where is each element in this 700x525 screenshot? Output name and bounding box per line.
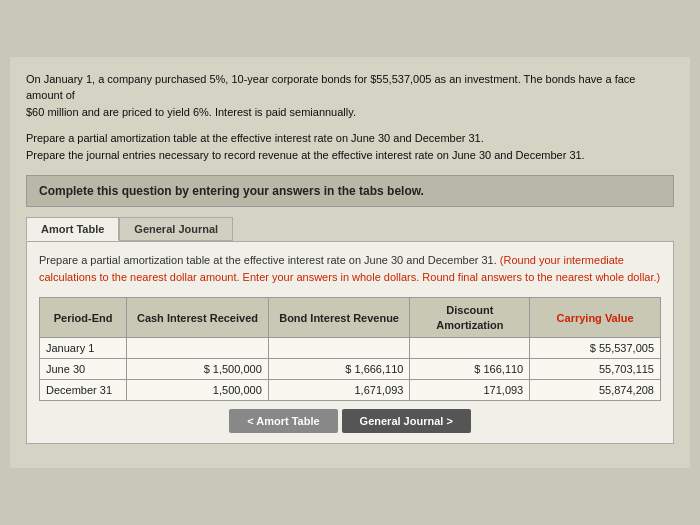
bond-jun30: $ 1,666,110 bbox=[268, 359, 410, 380]
prepare-text: Prepare a partial amortization table at … bbox=[26, 130, 674, 163]
content-area: Prepare a partial amortization table at … bbox=[26, 241, 674, 444]
carrying-jan1: $ 55,537,005 bbox=[530, 338, 661, 359]
back-button[interactable]: < Amort Table bbox=[229, 409, 337, 433]
cash-dec31: 1,500,000 bbox=[127, 380, 269, 401]
discount-jan1 bbox=[410, 338, 530, 359]
cash-jun30: $ 1,500,000 bbox=[127, 359, 269, 380]
header-carrying-value: Carrying Value bbox=[530, 298, 661, 338]
carrying-jun30: 55,703,115 bbox=[530, 359, 661, 380]
header-period: Period-End bbox=[40, 298, 127, 338]
complete-box: Complete this question by entering your … bbox=[26, 175, 674, 207]
header-cash-interest: Cash Interest Received bbox=[127, 298, 269, 338]
bond-jan1 bbox=[268, 338, 410, 359]
intro-text: On January 1, a company purchased 5%, 10… bbox=[26, 71, 674, 121]
header-discount: Discount Amortization bbox=[410, 298, 530, 338]
content-instructions: Prepare a partial amortization table at … bbox=[39, 252, 661, 285]
page-wrapper: On January 1, a company purchased 5%, 10… bbox=[10, 57, 690, 468]
carrying-dec31: 55,874,208 bbox=[530, 380, 661, 401]
table-row: June 30 $ 1,500,000 $ 1,666,110 $ 166,11… bbox=[40, 359, 661, 380]
period-jun30: June 30 bbox=[40, 359, 127, 380]
bond-dec31: 1,671,093 bbox=[268, 380, 410, 401]
table-row: December 31 1,500,000 1,671,093 171,093 … bbox=[40, 380, 661, 401]
discount-jun30: $ 166,110 bbox=[410, 359, 530, 380]
tab-general-journal[interactable]: General Journal bbox=[119, 217, 233, 241]
discount-dec31: 171,093 bbox=[410, 380, 530, 401]
table-row: January 1 $ 55,537,005 bbox=[40, 338, 661, 359]
nav-buttons: < Amort Table General Journal > bbox=[39, 409, 661, 433]
cash-jan1 bbox=[127, 338, 269, 359]
period-dec31: December 31 bbox=[40, 380, 127, 401]
tab-amort-table[interactable]: Amort Table bbox=[26, 217, 119, 241]
amortization-table: Period-End Cash Interest Received Bond I… bbox=[39, 297, 661, 401]
period-jan1: January 1 bbox=[40, 338, 127, 359]
header-bond-interest: Bond Interest Revenue bbox=[268, 298, 410, 338]
tabs-row: Amort Table General Journal bbox=[26, 217, 674, 241]
forward-button[interactable]: General Journal > bbox=[342, 409, 471, 433]
